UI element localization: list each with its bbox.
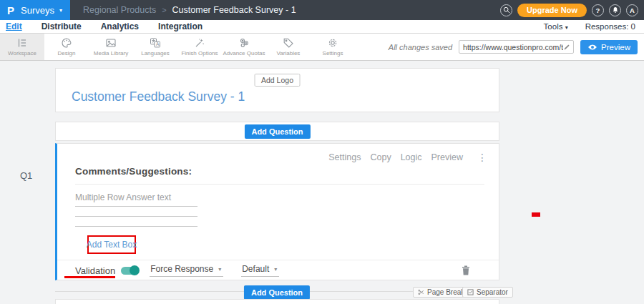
- chevron-down-icon: ▾: [218, 266, 221, 273]
- toolbar-item-media-library[interactable]: Media Library: [89, 34, 133, 60]
- separator-label: Separator: [477, 288, 508, 296]
- toolbar-item-label: Finish Options: [181, 50, 218, 57]
- survey-canvas: Add Logo Customer Feedback Survey - 1 Ad…: [0, 61, 644, 304]
- edit-toolbar: Workspace Design Media Library A Languag…: [0, 34, 644, 61]
- chevron-down-icon: ▾: [59, 7, 62, 14]
- toolbar-item-variables[interactable]: Variables: [266, 34, 311, 60]
- breadcrumb-separator-icon: >: [162, 6, 166, 14]
- checkbox-checked-icon: [467, 289, 474, 295]
- toolbar-item-label: Design: [58, 50, 76, 57]
- scissors-icon: [418, 289, 424, 295]
- svg-text:A: A: [156, 41, 160, 46]
- question-preview-link[interactable]: Preview: [431, 152, 463, 162]
- preview-label: Preview: [601, 43, 630, 52]
- primary-nav: Edit Distribute Analytics Integration To…: [0, 20, 644, 34]
- nav-right: Tools ▾ Responses: 0: [544, 22, 644, 31]
- question-number: Q1: [20, 170, 32, 181]
- tag-icon: [283, 37, 294, 49]
- survey-title[interactable]: Customer Feedback Survey - 1: [72, 89, 245, 104]
- toolbar-item-label: Variables: [277, 50, 301, 57]
- save-status: All changes saved: [389, 43, 452, 52]
- toolbar-item-languages[interactable]: A Languages: [133, 34, 177, 60]
- answer-row-line: [75, 216, 197, 217]
- toolbar-item-label: Media Library: [94, 50, 128, 57]
- account-avatar[interactable]: A: [626, 4, 638, 16]
- tools-menu[interactable]: Tools ▾: [544, 22, 568, 31]
- preview-button[interactable]: Preview: [580, 40, 638, 54]
- toolbar-item-label: Languages: [141, 50, 170, 57]
- app-switcher[interactable]: P Surveys ▾: [0, 0, 70, 20]
- questionpro-logo-icon: P: [7, 5, 14, 16]
- question-card: Settings Copy Logic Preview ⋮ Comments/S…: [55, 143, 499, 280]
- pencil-edit-icon[interactable]: [563, 44, 570, 51]
- eye-icon: [587, 44, 597, 51]
- tab-distribute[interactable]: Distribute: [42, 21, 82, 31]
- toolbar-right: All changes saved Preview: [389, 34, 644, 60]
- page-break-label: Page Break: [427, 288, 464, 296]
- toolbar-item-label: Advance Quotas: [223, 50, 265, 57]
- trash-icon: [462, 265, 470, 275]
- image-icon: [105, 37, 117, 49]
- tab-edit[interactable]: Edit: [6, 21, 22, 31]
- quotas-gears-icon: [238, 37, 250, 49]
- survey-url-box: [459, 40, 574, 54]
- validation-label: Validation: [75, 265, 115, 276]
- question-text[interactable]: Comments/Suggestions:: [75, 166, 192, 177]
- toolbar-item-label: Workspace: [8, 50, 36, 57]
- annotation-red-underline: [64, 276, 115, 278]
- chevron-down-icon: ▾: [274, 266, 277, 273]
- translate-icon: A: [150, 37, 161, 49]
- topbar-actions: Upgrade Now ? A: [500, 4, 644, 17]
- toolbar-item-finish-options[interactable]: Finish Options: [177, 34, 222, 60]
- gear-icon: [327, 37, 338, 49]
- magic-wand-icon: [194, 37, 205, 49]
- question-footer-row: Validation Force Response▾ Default▾: [57, 260, 499, 280]
- annotation-red-dash: [532, 212, 540, 217]
- answer-row-line: [75, 206, 197, 207]
- tab-analytics[interactable]: Analytics: [101, 21, 139, 31]
- question-text-underline: [75, 184, 484, 185]
- default-validation-select[interactable]: Default▾: [241, 264, 279, 277]
- upgrade-now-button[interactable]: Upgrade Now: [517, 4, 587, 17]
- add-question-button-bottom[interactable]: Add Question: [244, 285, 310, 300]
- toolbar-item-workspace[interactable]: Workspace: [0, 34, 44, 60]
- annotation-red-rectangle: Add Text Box: [87, 235, 136, 254]
- toolbar-item-settings[interactable]: Settings: [311, 34, 355, 60]
- toolbar-item-design[interactable]: Design: [44, 34, 89, 60]
- more-options-icon[interactable]: ⋮: [477, 152, 487, 163]
- tab-integration[interactable]: Integration: [158, 21, 203, 31]
- delete-question-button[interactable]: [462, 265, 470, 278]
- help-button[interactable]: ?: [592, 4, 604, 16]
- force-response-select[interactable]: Force Response▾: [150, 264, 223, 277]
- add-question-strip: Add Question: [55, 122, 499, 141]
- breadcrumb-folder[interactable]: Regional Products: [83, 5, 156, 15]
- survey-url-input[interactable]: [463, 43, 563, 52]
- bell-icon: [612, 6, 619, 14]
- default-value: Default: [242, 264, 269, 274]
- workspace-list-icon: [16, 37, 28, 49]
- breadcrumb-survey-name: Customer Feedback Survey - 1: [172, 5, 296, 15]
- toolbar-item-advance-quotas[interactable]: Advance Quotas: [222, 34, 266, 60]
- page-break-button[interactable]: Page Break: [413, 287, 469, 298]
- search-icon: [503, 6, 510, 14]
- question-logic-link[interactable]: Logic: [401, 152, 422, 162]
- add-text-box-link[interactable]: Add Text Box: [87, 240, 137, 250]
- validation-toggle[interactable]: [121, 267, 139, 275]
- responses-count[interactable]: Responses: 0: [585, 22, 635, 31]
- add-logo-button[interactable]: Add Logo: [254, 74, 301, 87]
- multirow-answer-placeholder[interactable]: Multiple Row Answer text: [75, 192, 171, 202]
- survey-header-card: Add Logo Customer Feedback Survey - 1: [55, 68, 499, 112]
- surveys-menu-label: Surveys: [21, 5, 54, 16]
- question-copy-link[interactable]: Copy: [370, 152, 391, 162]
- add-question-button-top[interactable]: Add Question: [244, 124, 310, 139]
- force-response-value: Force Response: [150, 264, 213, 274]
- question-settings-link[interactable]: Settings: [328, 152, 361, 162]
- tools-label: Tools: [544, 22, 563, 31]
- search-button[interactable]: [500, 4, 512, 16]
- answer-row-line: [75, 226, 197, 227]
- separator-button[interactable]: Separator: [462, 287, 513, 298]
- breadcrumb: Regional Products > Customer Feedback Su…: [83, 5, 296, 15]
- toggle-knob-icon: [130, 265, 140, 275]
- notifications-button[interactable]: [609, 4, 621, 16]
- chevron-down-icon: ▾: [565, 24, 568, 31]
